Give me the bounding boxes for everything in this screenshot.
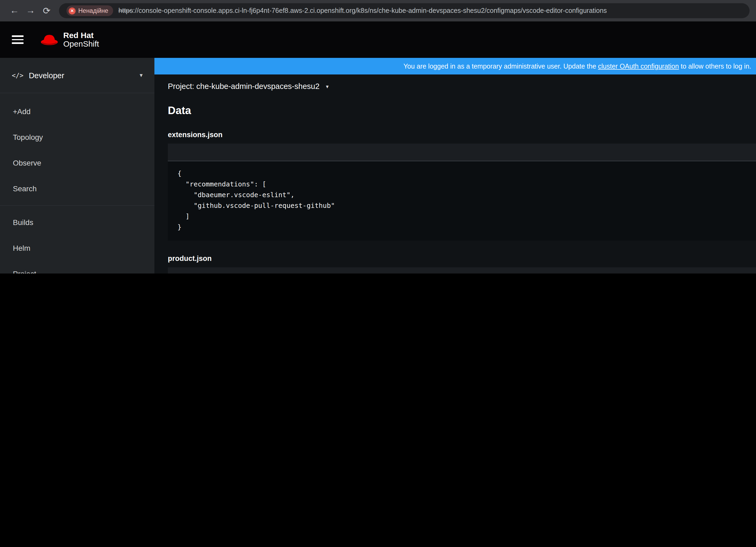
main-area: You are logged in as a temporary adminis… — [154, 58, 756, 274]
perspective-switcher[interactable]: </> Developer ▾ — [0, 58, 154, 93]
banner-text-before: You are logged in as a temporary adminis… — [403, 62, 598, 70]
brand-logo: Red Hat OpenShift — [40, 31, 99, 48]
sidebar-item-label: Observe — [13, 159, 41, 167]
security-badge[interactable]: ✕ Ненадійне — [66, 5, 113, 16]
chevron-down-icon: ▾ — [140, 72, 143, 79]
nav-divider — [0, 205, 154, 206]
sidebar-item-label: Topology — [13, 133, 43, 142]
sidebar-item-label: Project — [13, 270, 36, 274]
banner-text-after: to allow others to log in. — [679, 62, 751, 70]
sidebar-item-search[interactable]: Search — [0, 176, 154, 202]
sidebar-item-label: Builds — [13, 218, 33, 227]
perspective-label: Developer — [29, 71, 64, 80]
browser-back-icon[interactable]: ← — [6, 3, 23, 19]
code-block-toolbar — [168, 144, 756, 161]
sidebar-item-observe[interactable]: Observe — [0, 150, 154, 176]
project-selector-label: Project: che-kube-admin-devspaces-shesu2 — [168, 82, 320, 91]
code-block-extensions-json: { "recommendations": [ "dbaeumer.vscode-… — [168, 144, 756, 241]
code-block-body: { "recommendations": [ "dbaeumer.vscode-… — [168, 161, 756, 241]
address-bar[interactable]: ✕ Ненадійне https://console-openshift-co… — [59, 3, 750, 18]
code-extensions-json: { "recommendations": [ "dbaeumer.vscode-… — [177, 168, 750, 233]
security-badge-label: Ненадійне — [78, 8, 108, 14]
redhat-fedora-icon — [40, 33, 59, 47]
login-alert-banner: You are logged in as a temporary adminis… — [154, 58, 756, 75]
brand-redhat: Red Hat — [63, 31, 99, 40]
url-rest: ://console-openshift-console.apps.ci-ln-… — [133, 7, 607, 14]
sidebar-nav: </> Developer ▾ +Add Topology Observe Se… — [0, 58, 154, 274]
section-title-extensions-json: extensions.json — [168, 131, 756, 139]
brand-openshift: OpenShift — [63, 40, 99, 48]
sidebar-item-add[interactable]: +Add — [0, 99, 154, 124]
section-title-product-json: product.json — [168, 255, 756, 263]
sidebar-item-label: Helm — [13, 244, 30, 252]
sidebar-item-builds[interactable]: Builds — [0, 210, 154, 235]
code-block-product-json: { "extensionEnabledApiProposals": { "ms-… — [168, 268, 756, 274]
menu-toggle-icon[interactable] — [12, 36, 24, 44]
sidebar-item-project[interactable]: Project — [0, 261, 154, 274]
chevron-down-icon: ▾ — [326, 83, 329, 89]
sidebar-item-helm[interactable]: Helm — [0, 235, 154, 261]
not-secure-icon: ✕ — [69, 7, 76, 14]
browser-forward-icon[interactable]: → — [23, 3, 39, 19]
cluster-oauth-link[interactable]: cluster OAuth configuration — [598, 62, 679, 70]
code-block-toolbar — [168, 268, 756, 274]
sidebar-item-label: Search — [13, 184, 37, 193]
page-title: Data — [168, 105, 756, 117]
url-text: https://console-openshift-console.apps.c… — [118, 7, 607, 14]
openshift-console-window: ← → ⟳ ✕ Ненадійне https://console-opensh… — [0, 0, 756, 274]
brand-text: Red Hat OpenShift — [63, 31, 99, 48]
project-selector[interactable]: Project: che-kube-admin-devspaces-shesu2… — [154, 75, 756, 98]
url-scheme-struck: https — [118, 7, 133, 14]
sidebar-item-label: +Add — [13, 107, 31, 116]
sidebar-item-topology[interactable]: Topology — [0, 124, 154, 150]
browser-reload-icon[interactable]: ⟳ — [39, 3, 55, 19]
developer-code-icon: </> — [12, 72, 23, 79]
configmap-data-panel: Data extensions.json { "recommendations"… — [154, 98, 756, 274]
masthead: Red Hat OpenShift — [0, 21, 756, 58]
browser-toolbar: ← → ⟳ ✕ Ненадійне https://console-opensh… — [0, 0, 756, 21]
